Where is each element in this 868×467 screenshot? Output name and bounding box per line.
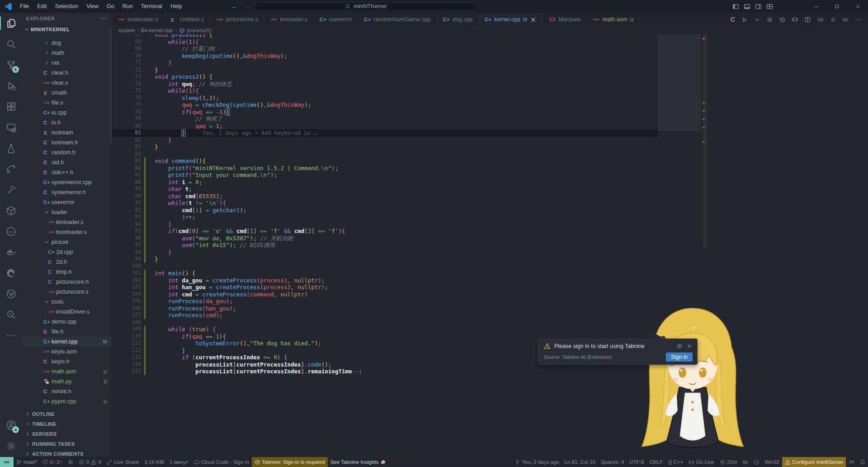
tab-randomNumGame.cpp[interactable]: C+randomNumGame.cpp	[358, 13, 437, 26]
code-line-90[interactable]: 90char cmd[65535];	[112, 193, 658, 200]
nav-back-icon[interactable]	[817, 16, 824, 23]
status-notifications[interactable]	[857, 457, 868, 467]
notification-close-icon[interactable]	[686, 343, 693, 349]
code-line-103[interactable]: 103int han_gou = createProcess(process2,…	[112, 284, 658, 291]
status-configure-intellisense[interactable]: Configure IntelliSense	[782, 457, 846, 467]
code-line-69[interactable]: 69// 打看门狗	[112, 45, 658, 52]
sidebar-scrollbar[interactable]	[110, 26, 112, 144]
tree-item-keyio.h[interactable]: Ckeyio.h	[22, 357, 112, 367]
code-line-78[interactable]: 78if(qwq == -1){	[112, 109, 658, 116]
tree-item-math.py[interactable]: math.pyU	[22, 376, 112, 386]
status-cursor-position[interactable]: Ln 81, Col 10	[562, 457, 598, 467]
code-line-106[interactable]: 106runProcess(han_gou);	[112, 305, 658, 312]
tab-usererror[interactable]: C+usererror	[314, 13, 359, 26]
code-line-94[interactable]: 94}	[112, 221, 658, 228]
code-line-86[interactable]: 86printf("miniNTKernel version 1.5.2 | C…	[112, 165, 658, 172]
code-line-71[interactable]: 71}	[112, 59, 658, 67]
code-line-115[interactable]: 115processList[currentProcessIndex].rema…	[112, 368, 658, 375]
breadcrumb-process2()[interactable]: process2()	[179, 28, 211, 33]
code-line-100[interactable]: 100	[112, 263, 658, 270]
section-action-comments[interactable]: ACTION COMMENTS	[22, 449, 112, 457]
tree-item-io.h[interactable]: Cio.h	[22, 118, 112, 128]
tree-item-dog[interactable]: dog	[22, 38, 112, 48]
code-line-88[interactable]: 88int i = 0;	[112, 179, 658, 186]
split-editor-icon[interactable]	[804, 16, 811, 23]
breadcrumb-system[interactable]: system	[118, 28, 135, 33]
timeline-history-icon[interactable]	[779, 16, 786, 23]
activity-git-graph[interactable]	[0, 283, 22, 304]
status-language-mode[interactable]: {} C++	[666, 457, 686, 467]
activity-extension-send[interactable]	[0, 158, 22, 179]
tab-binloader.s[interactable]: ASMbinloader.s	[264, 13, 313, 26]
code-line-87[interactable]: 87printf("Input your command.\n");	[112, 172, 658, 179]
breadcrumb[interactable]: system›C+kernel.cpp›process2()	[112, 26, 868, 34]
sign-in-button[interactable]: Sign in	[666, 353, 693, 362]
tree-item-picture[interactable]: picture	[22, 237, 112, 247]
code-line-77[interactable]: 77qwq = checkDog(cputime(),&dogThisWay);	[112, 101, 658, 109]
tree-item-io.cpp[interactable]: C+io.cpp	[22, 108, 112, 118]
notification-gear-icon[interactable]	[676, 343, 683, 349]
tree-item-bmp.h[interactable]: Cbmp.h	[22, 267, 112, 277]
tree-item-tools[interactable]: tools	[22, 297, 112, 307]
code-line-81[interactable]: 81}You, 2 days ago • Add Keyborad io …	[112, 129, 658, 137]
tab-kernel.cpp[interactable]: C+kernel.cppM	[479, 13, 543, 26]
activity-extension-json[interactable]: Json	[0, 221, 22, 242]
tree-item-systemerror.cpp[interactable]: C+systemerror.cpp	[22, 177, 112, 187]
tree-item-file.s[interactable]: ASMfile.s	[22, 98, 112, 108]
command-center-search[interactable]: miniNTKernel	[255, 2, 477, 11]
tree-item-loader[interactable]: loader	[22, 207, 112, 217]
tree-item-binloader.s[interactable]: ASMbinloader.s	[22, 217, 112, 227]
tree-item-bootloader.s[interactable]: ASMbootloader.s	[22, 227, 112, 237]
code-line-104[interactable]: 104int cmd = createProcess(command, null…	[112, 291, 658, 298]
section-timeline[interactable]: TIMELINE	[22, 419, 112, 429]
tab-picturecore.s[interactable]: ASMpicturecore.s	[211, 13, 265, 26]
run-dropdown-icon[interactable]	[754, 16, 760, 23]
tree-item-net[interactable]: net	[22, 58, 112, 68]
tab-bootloader.s[interactable]: ASMbootloader.s	[112, 13, 165, 26]
menu-selection[interactable]: Selection	[51, 0, 82, 13]
code-line-95[interactable]: 95if(cmd[0] == 'o' && cmd[1] == 'f' && c…	[112, 228, 658, 235]
code-line-107[interactable]: 107runProcess(cmd);	[112, 312, 658, 319]
tree-item-file.h[interactable]: Cfile.h	[22, 327, 112, 337]
tree-item-systemerror.h[interactable]: Csystemerror.h	[22, 187, 112, 197]
status-feedback[interactable]	[846, 457, 857, 467]
code-line-93[interactable]: 93i++;	[112, 214, 658, 221]
status-git-sync[interactable]: 0↓ 2↑	[40, 457, 65, 467]
tree-item-demo.cpp[interactable]: C+demo.cpp	[22, 317, 112, 327]
tree-item-clear.h[interactable]: Cclear.h	[22, 68, 112, 78]
status-eol[interactable]: CRLF	[647, 457, 666, 467]
status-go-live[interactable]: Go Live	[686, 457, 717, 467]
tree-item-math.asm[interactable]: ASMmath.asmU	[22, 367, 112, 376]
more-actions-icon[interactable]	[855, 16, 862, 23]
nav-circle-icon[interactable]	[830, 16, 836, 23]
code-line-82[interactable]: 82}	[112, 137, 658, 144]
code-line-109[interactable]: 109while (true) {	[112, 326, 658, 333]
status-git-graph[interactable]	[65, 457, 76, 467]
tree-item-math[interactable]: math	[22, 48, 112, 58]
section-outline[interactable]: OUTLINE	[22, 409, 112, 419]
code-line-98[interactable]: 98}	[112, 249, 658, 256]
code-line-99[interactable]: 99}	[112, 256, 658, 263]
activity-source-control[interactable]: 5	[0, 54, 22, 75]
tree-item-picturecore.s[interactable]: ASMpicturecore.s	[22, 287, 112, 297]
tree-item-random.h[interactable]: Crandom.h	[22, 148, 112, 157]
tree-item-keyio.asm[interactable]: ASMkeyio.asm	[22, 347, 112, 357]
back-arrow-icon[interactable]: ←	[231, 3, 238, 10]
c-run[interactable]: C	[731, 16, 735, 23]
status-live-share[interactable]: Live Share	[104, 457, 142, 467]
tree-item-std.h[interactable]: Cstd.h	[22, 157, 112, 167]
code-line-89[interactable]: 89char t;	[112, 186, 658, 193]
code-line-76[interactable]: 76sleep(1,2);	[112, 95, 658, 102]
code-line-73[interactable]: 73void process2() {	[112, 73, 658, 81]
forward-arrow-icon[interactable]: →	[244, 3, 250, 10]
code-line-101[interactable]: 101int main() {	[112, 270, 658, 277]
activity-extensions[interactable]	[0, 96, 22, 117]
activity-git-history[interactable]	[0, 304, 22, 325]
code-line-74[interactable]: 74int qwq; // 狗的状态	[112, 81, 658, 88]
activity-settings[interactable]	[0, 435, 22, 456]
tree-item-cmath[interactable]: ≣cmath	[22, 88, 112, 98]
menu-edit[interactable]: Edit	[33, 0, 51, 13]
status-csharp-ext[interactable]: C#	[751, 457, 762, 467]
activity-testing[interactable]	[0, 138, 22, 158]
workspace-root[interactable]: MININTKERNEL	[22, 24, 112, 34]
